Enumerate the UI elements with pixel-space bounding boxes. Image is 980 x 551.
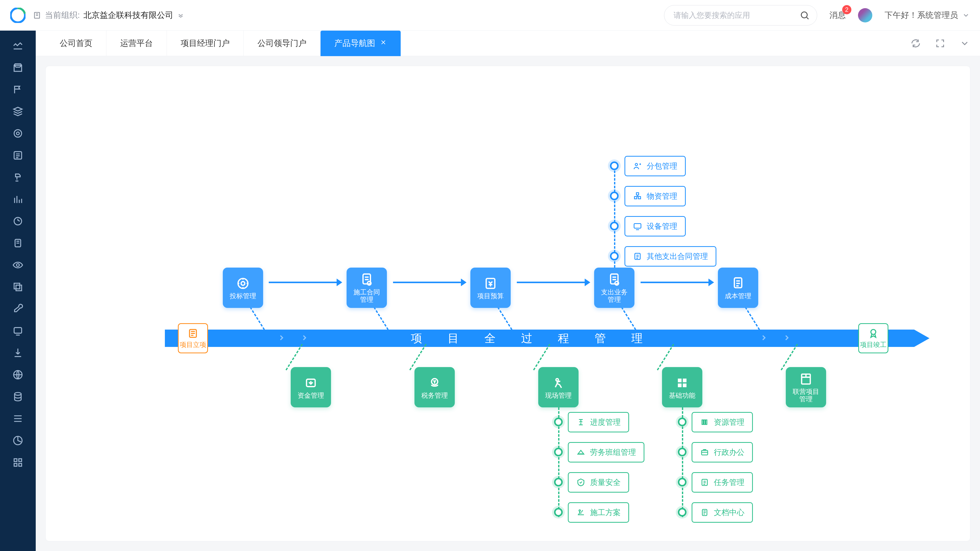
node-label: 联营项目管理 bbox=[793, 388, 819, 403]
flow-canvas: 项目全过程管理 项目立项 项目竣工 bbox=[45, 66, 970, 541]
svg-point-38 bbox=[556, 379, 558, 381]
sidebar-item[interactable] bbox=[0, 122, 36, 144]
node-bid[interactable]: 投标管理 bbox=[223, 268, 263, 308]
sidebar-item[interactable] bbox=[0, 57, 36, 79]
pill-label: 文档中心 bbox=[714, 507, 745, 518]
sidebar-item[interactable] bbox=[0, 298, 36, 320]
node-spend[interactable]: 支出业务管理 bbox=[594, 268, 635, 308]
ring-icon bbox=[678, 508, 687, 516]
chevron-down-icon[interactable] bbox=[959, 38, 970, 48]
sidebar-item[interactable] bbox=[0, 408, 36, 430]
pill-equipment[interactable]: 设备管理 bbox=[625, 216, 686, 237]
flow-arrow bbox=[393, 282, 462, 283]
svg-rect-10 bbox=[14, 283, 20, 289]
pill-quality[interactable]: 质量安全 bbox=[568, 472, 629, 492]
tab-home[interactable]: 公司首页 bbox=[46, 30, 107, 56]
node-base[interactable]: 基础功能 bbox=[662, 367, 702, 407]
ring-icon bbox=[554, 478, 563, 486]
org-label: 当前组织: bbox=[45, 10, 80, 21]
pill-subcontract[interactable]: 分包管理 bbox=[625, 156, 686, 176]
sidebar-item[interactable] bbox=[0, 254, 36, 276]
tab-exec-portal[interactable]: 公司领导门户 bbox=[244, 30, 321, 56]
svg-rect-41 bbox=[678, 383, 682, 387]
sidebar-item[interactable] bbox=[0, 232, 36, 254]
ring-icon bbox=[610, 162, 619, 170]
sidebar-item[interactable] bbox=[0, 364, 36, 386]
pill-task[interactable]: 任务管理 bbox=[692, 472, 753, 492]
pill-progress[interactable]: 进度管理 bbox=[568, 412, 629, 432]
flow-arrow bbox=[269, 282, 338, 283]
notifications[interactable]: 消息 2 bbox=[829, 10, 846, 21]
svg-point-9 bbox=[17, 264, 19, 267]
pill-office[interactable]: 行政办公 bbox=[692, 442, 753, 462]
pill-label: 施工方案 bbox=[590, 507, 620, 518]
svg-point-23 bbox=[241, 281, 245, 285]
avatar[interactable] bbox=[858, 8, 872, 22]
sidebar-item[interactable] bbox=[0, 276, 36, 298]
axis-label: 项目全过程管理 bbox=[411, 331, 668, 346]
marker-start-label: 项目立项 bbox=[180, 340, 206, 349]
marker-start[interactable]: 项目立项 bbox=[178, 323, 208, 356]
node-joint[interactable]: 联营项目管理 bbox=[786, 367, 826, 407]
pill-other-cost[interactable]: 其他支出合同管理 bbox=[625, 246, 716, 267]
search-input[interactable] bbox=[673, 11, 800, 20]
svg-rect-27 bbox=[611, 274, 618, 284]
tab-navmap[interactable]: 产品导航图 bbox=[321, 30, 401, 56]
sidebar-item[interactable] bbox=[0, 166, 36, 188]
fullscreen-icon[interactable] bbox=[935, 38, 945, 48]
tab-strip: 公司首页 运营平台 项目经理门户 公司领导门户 产品导航图 bbox=[36, 30, 980, 56]
node-label: 成本管理 bbox=[725, 292, 751, 300]
svg-point-3 bbox=[801, 12, 807, 17]
node-label: 资金管理 bbox=[298, 392, 324, 399]
sidebar-item[interactable] bbox=[0, 210, 36, 232]
sidebar-item[interactable] bbox=[0, 144, 36, 166]
sidebar-item[interactable] bbox=[0, 342, 36, 364]
ring-icon bbox=[678, 448, 687, 456]
tab-ops[interactable]: 运营平台 bbox=[107, 30, 167, 56]
sidebar-item[interactable] bbox=[0, 320, 36, 342]
node-tax[interactable]: 税务管理 bbox=[414, 367, 455, 407]
svg-point-7 bbox=[14, 218, 21, 225]
notif-badge: 2 bbox=[842, 5, 851, 14]
pill-materials[interactable]: 物资管理 bbox=[625, 186, 686, 206]
pill-label: 质量安全 bbox=[590, 477, 620, 488]
node-site[interactable]: 现场管理 bbox=[538, 367, 579, 407]
node-cost[interactable]: 成本管理 bbox=[718, 268, 758, 308]
pill-labor[interactable]: 劳务班组管理 bbox=[568, 442, 644, 462]
ring-icon bbox=[554, 418, 563, 426]
pill-resource[interactable]: 资源管理 bbox=[692, 412, 753, 432]
search-box[interactable] bbox=[664, 5, 817, 25]
pill-label: 任务管理 bbox=[714, 477, 745, 488]
refresh-icon[interactable] bbox=[911, 38, 921, 48]
pill-plan[interactable]: 施工方案 bbox=[568, 502, 629, 523]
tab-label: 公司领导门户 bbox=[258, 38, 307, 49]
node-contract[interactable]: 施工合同管理 bbox=[347, 268, 387, 308]
svg-point-30 bbox=[635, 164, 638, 166]
sidebar-item[interactable] bbox=[0, 100, 36, 122]
org-picker[interactable]: 当前组织: 北京益企联科技有限公司 bbox=[33, 10, 185, 21]
sidebar-item[interactable] bbox=[0, 430, 36, 451]
chevron-down-icon bbox=[177, 11, 185, 19]
svg-point-44 bbox=[579, 510, 581, 511]
app-logo bbox=[10, 8, 25, 23]
svg-point-22 bbox=[238, 278, 248, 288]
pill-docs[interactable]: 文档中心 bbox=[692, 502, 753, 523]
close-icon[interactable] bbox=[380, 38, 387, 48]
node-fund[interactable]: 资金管理 bbox=[291, 367, 331, 407]
sidebar-item[interactable] bbox=[0, 451, 36, 473]
search-icon[interactable] bbox=[800, 10, 810, 21]
ring-icon bbox=[554, 508, 563, 516]
node-budget[interactable]: 项目预算 bbox=[470, 268, 511, 308]
marker-end[interactable]: 项目竣工 bbox=[858, 323, 889, 356]
user-greeting[interactable]: 下午好！系统管理员 bbox=[885, 10, 970, 21]
svg-point-14 bbox=[14, 392, 21, 395]
sidebar-item[interactable] bbox=[0, 386, 36, 408]
tab-label: 项目经理门户 bbox=[181, 38, 230, 49]
sidebar-item[interactable] bbox=[0, 188, 36, 210]
tab-pm-portal[interactable]: 项目经理门户 bbox=[167, 30, 244, 56]
sidebar-item[interactable] bbox=[0, 79, 36, 100]
sidebar-item[interactable] bbox=[0, 35, 36, 57]
svg-rect-39 bbox=[678, 379, 682, 383]
pill-label: 进度管理 bbox=[590, 417, 620, 427]
svg-rect-12 bbox=[14, 327, 21, 333]
